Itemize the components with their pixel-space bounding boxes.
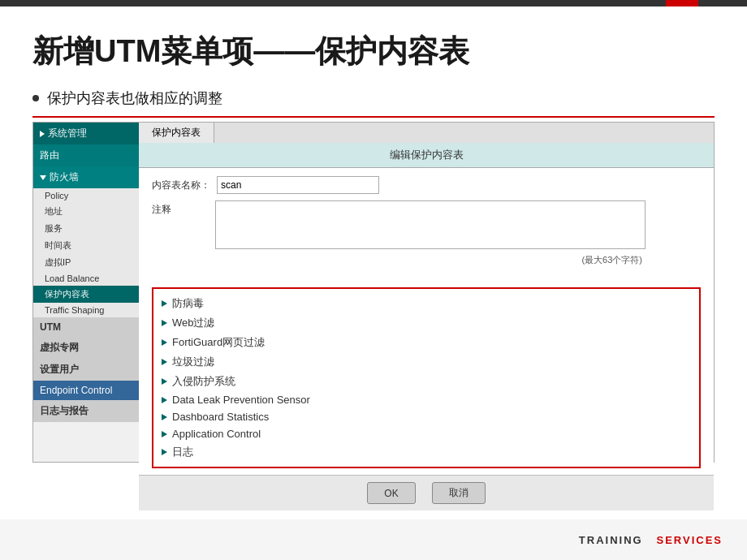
sidebar-item-schedule[interactable]: 时间表 (33, 237, 139, 254)
arrow-icon (162, 431, 167, 437)
arrow-icon (162, 397, 167, 403)
button-row: OK 取消 (139, 475, 714, 510)
sidebar-label-log: 日志与报告 (40, 405, 89, 416)
sidebar-label-loadbalance: Load Balance (45, 274, 99, 283)
utm-label-fortiguard: FortiGuard网页过滤 (172, 335, 265, 350)
sidebar-label-endpoint: Endpoint Control (40, 385, 112, 396)
ok-button[interactable]: OK (367, 482, 415, 504)
bullet-dot (32, 95, 39, 101)
top-bar (0, 0, 747, 6)
page-title: 新增UTM菜单项——保护内容表 (32, 31, 715, 72)
arrow-icon (162, 414, 167, 420)
sidebar-item-protection[interactable]: 保护内容表 (33, 286, 139, 303)
sidebar-label-schedule: 时间表 (45, 240, 71, 250)
char-limit: (最大63个字符) (215, 254, 646, 266)
sidebar-item-policy[interactable]: Policy (33, 188, 139, 203)
sidebar-item-utm[interactable]: UTM (33, 317, 139, 337)
section-header: 编辑保护内容表 (139, 143, 714, 168)
utm-item-ips[interactable]: 入侵防护系统 (162, 372, 691, 391)
utm-item-webfilter[interactable]: Web过滤 (162, 313, 691, 333)
comment-row: 注释 (最大63个字符) (152, 200, 701, 266)
utm-selection-box: 防病毒 Web过滤 FortiGuard网页过滤 垃圾过滤 入侵防护系统 (152, 287, 701, 468)
utm-item-logging[interactable]: 日志 (162, 442, 691, 462)
services-text: SERVICES (656, 534, 723, 546)
comment-label: 注释 (152, 200, 209, 217)
utm-label-antivirus: 防病毒 (172, 296, 204, 311)
training-services-text: TRAINING SERVICES (579, 534, 723, 546)
sidebar-item-firewall[interactable]: 防火墙 (33, 166, 139, 188)
sidebar-item-vpn[interactable]: 虚拟专网 (33, 337, 139, 359)
arrow-icon (162, 320, 167, 326)
name-input[interactable] (217, 176, 379, 194)
tab-header: 保护内容表 (139, 123, 714, 143)
arrow-icon (162, 449, 167, 455)
sidebar-label-utm: UTM (40, 321, 61, 333)
utm-label-logging: 日志 (172, 445, 193, 459)
chevron-down-icon (40, 175, 46, 180)
top-bar-accent (666, 0, 698, 6)
utm-label-webfilter: Web过滤 (172, 316, 215, 330)
sidebar-item-endpoint[interactable]: Endpoint Control (33, 381, 139, 400)
bottom-bar: TRAINING SERVICES (0, 519, 747, 560)
arrow-icon (162, 378, 167, 385)
sidebar-label-routing: 路由 (40, 149, 59, 161)
comment-textarea[interactable] (215, 200, 646, 249)
training-text: TRAINING (579, 534, 643, 546)
sidebar-label-firewall: 防火墙 (50, 170, 79, 184)
sidebar-label-protection: 保护内容表 (45, 289, 89, 299)
name-label: 内容表名称： (152, 176, 210, 192)
cancel-button[interactable]: 取消 (432, 482, 486, 504)
sidebar-item-log[interactable]: 日志与报告 (33, 400, 139, 422)
chevron-right-icon (40, 131, 45, 137)
arrow-icon (162, 339, 167, 346)
utm-item-appcontrol[interactable]: Application Control (162, 425, 691, 442)
form-area: 编辑保护内容表 内容表名称： 注释 (最大63个字符) (139, 143, 714, 510)
bullet-item: 保护内容表也做相应的调整 (32, 88, 715, 108)
sidebar-item-users[interactable]: 设置用户 (33, 359, 139, 381)
sidebar-item-trafficshaping[interactable]: Traffic Shaping (33, 303, 139, 317)
bullet-section: 保护内容表也做相应的调整 (0, 84, 747, 116)
form-body: 内容表名称： 注释 (最大63个字符) (139, 168, 714, 281)
sidebar-label-users: 设置用户 (40, 364, 79, 375)
utm-item-dashboard[interactable]: Dashboard Statistics (162, 408, 691, 425)
utm-label-dlp: Data Leak Prevention Sensor (172, 394, 310, 406)
content-area: 系统管理 路由 防火墙 Policy 地址 服务 时间表 虚拟IP Load B… (32, 122, 715, 463)
sidebar-label-vpn: 虚拟专网 (40, 342, 79, 353)
sidebar-item-address[interactable]: 地址 (33, 203, 139, 220)
arrow-icon (162, 300, 167, 307)
sidebar-item-routing[interactable]: 路由 (33, 144, 139, 166)
arrow-icon (162, 359, 167, 365)
sidebar-label-vip: 虚拟IP (45, 257, 71, 267)
title-area: 新增UTM菜单项——保护内容表 (0, 6, 747, 84)
name-row: 内容表名称： (152, 176, 701, 194)
sidebar-label-sysadmin: 系统管理 (48, 127, 87, 140)
divider (32, 116, 715, 118)
sidebar-item-service[interactable]: 服务 (33, 220, 139, 237)
sidebar-label-address: 地址 (45, 206, 63, 216)
sidebar-item-vip[interactable]: 虚拟IP (33, 254, 139, 271)
tab-protection[interactable]: 保护内容表 (139, 123, 214, 143)
utm-label-spamfilter: 垃圾过滤 (172, 355, 214, 369)
sidebar-item-sysadmin[interactable]: 系统管理 (33, 123, 139, 144)
utm-item-fortiguard[interactable]: FortiGuard网页过滤 (162, 333, 691, 352)
sidebar: 系统管理 路由 防火墙 Policy 地址 服务 时间表 虚拟IP Load B… (33, 123, 139, 462)
utm-item-antivirus[interactable]: 防病毒 (162, 294, 691, 313)
sidebar-label-policy: Policy (45, 191, 68, 200)
main-panel: 保护内容表 编辑保护内容表 内容表名称： 注释 (最大63个字符) (139, 123, 714, 462)
comment-wrapper: (最大63个字符) (215, 200, 646, 266)
sidebar-item-loadbalance[interactable]: Load Balance (33, 271, 139, 286)
utm-item-dlp[interactable]: Data Leak Prevention Sensor (162, 391, 691, 408)
utm-label-dashboard: Dashboard Statistics (172, 411, 269, 423)
utm-label-ips: 入侵防护系统 (172, 374, 235, 389)
utm-label-appcontrol: Application Control (172, 428, 261, 440)
bullet-text: 保护内容表也做相应的调整 (47, 88, 222, 108)
sidebar-label-trafficshaping: Traffic Shaping (45, 305, 104, 315)
utm-item-spamfilter[interactable]: 垃圾过滤 (162, 352, 691, 372)
sidebar-label-service: 服务 (45, 223, 63, 233)
